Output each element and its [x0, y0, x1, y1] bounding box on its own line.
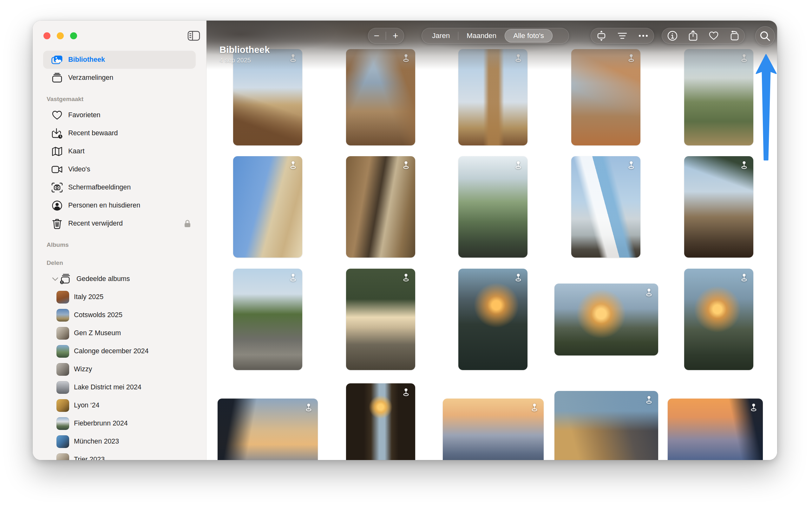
photo-thumbnail[interactable] — [684, 269, 753, 370]
album-thumbnail — [56, 345, 69, 358]
sidebar-item-recent-bewaard[interactable]: Recent bewaard — [43, 124, 196, 142]
sidebar-item-gen-z-museum[interactable]: Gen Z Museum — [43, 324, 196, 342]
sidebar-item-schermafbeeldingen[interactable]: Schermafbeeldingen — [43, 178, 196, 196]
sidebar-item-wizzy[interactable]: Wizzy — [43, 360, 196, 378]
sidebar-item-fieberbrunn-2024[interactable]: Fieberbrunn 2024 — [43, 414, 196, 433]
photo-thumbnail[interactable] — [346, 383, 415, 460]
sidebar-section-delen: Delen — [43, 256, 196, 270]
location-pin-badge-icon — [741, 273, 747, 282]
sidebar-item-label: München 2023 — [74, 438, 119, 446]
traffic-lights — [43, 32, 77, 39]
more-button[interactable] — [636, 29, 650, 43]
location-pin-badge-icon — [305, 403, 312, 412]
zoom-out-button[interactable]: − — [369, 31, 384, 40]
sidebar-item-lyon-24[interactable]: Lyon ‘24 — [43, 396, 196, 414]
zoom-window-button[interactable] — [70, 32, 77, 39]
location-pin-badge-icon — [628, 53, 635, 62]
sidebar-item-kaart[interactable]: Kaart — [43, 142, 196, 160]
sidebar-toggle-icon[interactable] — [188, 30, 200, 41]
photo-thumbnail[interactable] — [458, 156, 528, 258]
more-icon — [638, 34, 649, 37]
sidebar-item-calonge-december-2024[interactable]: Calonge december 2024 — [43, 342, 196, 360]
photo-thumbnail[interactable] — [555, 391, 658, 460]
shared-albums-icon — [60, 274, 71, 285]
photo-thumbnail[interactable] — [668, 398, 763, 460]
location-pin-badge-icon — [402, 53, 410, 62]
photo-thumbnail[interactable] — [571, 49, 641, 145]
sidebar-item-lake-district-mei-2024[interactable]: Lake District mei 2024 — [43, 378, 196, 396]
location-pin-badge-icon — [646, 288, 653, 297]
album-thumbnail — [56, 417, 69, 430]
photo-thumbnail[interactable] — [346, 49, 415, 145]
location-pin-badge-icon — [402, 388, 410, 397]
toolbar-group-display — [591, 28, 654, 44]
album-thumbnail — [56, 363, 69, 376]
chevron-down-icon[interactable] — [51, 277, 59, 281]
photo-thumbnail[interactable] — [684, 156, 753, 258]
close-button[interactable] — [43, 32, 50, 39]
photo-thumbnail[interactable] — [218, 398, 318, 460]
sidebar-item-bibliotheek[interactable]: Bibliotheek — [43, 51, 196, 69]
sidebar-item-label: Trier 2023 — [74, 456, 105, 460]
photo-thumbnail[interactable] — [443, 398, 544, 460]
section-label: Delen — [46, 260, 63, 267]
sidebar: BibliotheekVerzamelingenVastgemaaktFavor… — [33, 21, 207, 460]
location-pin-badge-icon — [402, 273, 410, 282]
rotate-button[interactable] — [727, 29, 741, 43]
photo-thumbnail[interactable] — [233, 156, 302, 258]
aspect-zoom-button[interactable] — [594, 29, 608, 43]
photo-thumbnail[interactable] — [346, 269, 415, 370]
sidebar-item-personen-en-huisdieren[interactable]: Personen en huisdieren — [43, 196, 196, 214]
photo-thumbnail[interactable] — [233, 269, 302, 370]
sidebar-section-albums: Albums — [43, 238, 196, 252]
photo-thumbnail[interactable] — [555, 284, 658, 355]
sidebar-item-video-s[interactable]: Video's — [43, 160, 196, 178]
sidebar-item-m-nchen-2023[interactable]: München 2023 — [43, 433, 196, 451]
photo-thumbnail[interactable] — [346, 156, 415, 258]
filter-button[interactable] — [615, 29, 629, 43]
info-icon — [667, 30, 678, 41]
sidebar-item-italy-2025[interactable]: Italy 2025 — [43, 288, 196, 306]
sidebar-item-cotswolds-2025[interactable]: Cotswolds 2025 — [43, 306, 196, 324]
filter-icon — [617, 32, 628, 40]
sidebar-item-label: Wizzy — [74, 365, 92, 373]
sidebar-item-gedeelde-albums[interactable]: Gedeelde albums — [43, 270, 196, 288]
photo-thumbnail[interactable] — [684, 49, 753, 145]
page-title-block: Bibliotheek 4 sep 2025 — [220, 45, 270, 64]
sidebar-item-label: Verzamelingen — [68, 74, 113, 82]
sidebar-item-label: Calonge december 2024 — [74, 347, 148, 355]
sidebar-item-label: Kaart — [68, 147, 84, 155]
share-button[interactable] — [686, 29, 700, 43]
view-segmented-control: JarenMaandenAlle foto's — [422, 28, 569, 44]
location-pin-badge-icon — [646, 395, 653, 404]
sidebar-item-label: Personen en huisdieren — [68, 201, 140, 209]
divider — [386, 32, 386, 40]
zoom-in-button[interactable]: + — [388, 31, 403, 40]
page-title: Bibliotheek — [220, 45, 270, 55]
tab-jaren[interactable]: Jaren — [424, 29, 458, 42]
tab-alle-foto-s[interactable]: Alle foto's — [505, 29, 553, 42]
location-pin-badge-icon — [628, 161, 635, 169]
sidebar-section-vastgemaakt: Vastgemaakt — [43, 92, 196, 106]
sidebar-item-label: Gedeelde albums — [77, 275, 130, 283]
photo-thumbnail[interactable] — [571, 156, 641, 258]
rotate-icon — [728, 30, 740, 41]
photo-thumbnail[interactable] — [458, 49, 528, 145]
heart-icon — [51, 110, 63, 121]
location-pin-badge-icon — [531, 403, 538, 412]
sidebar-item-verzamelingen[interactable]: Verzamelingen — [43, 69, 196, 87]
page-date: 4 sep 2025 — [220, 57, 270, 64]
section-label: Vastgemaakt — [46, 96, 84, 103]
search-button[interactable] — [755, 26, 775, 46]
sidebar-item-favorieten[interactable]: Favorieten — [43, 106, 196, 124]
sidebar-item-label: Schermafbeeldingen — [68, 183, 131, 191]
favorite-button[interactable] — [707, 29, 721, 43]
info-button[interactable] — [666, 29, 679, 43]
sidebar-item-recent-verwijderd[interactable]: Recent verwijderd — [43, 214, 196, 232]
tab-maanden[interactable]: Maanden — [458, 29, 505, 42]
photo-thumbnail[interactable] — [458, 269, 528, 370]
sidebar-item-trier-2023[interactable]: Trier 2023 — [43, 451, 196, 460]
section-label: Albums — [46, 241, 69, 248]
minimize-button[interactable] — [57, 32, 64, 39]
location-pin-badge-icon — [741, 53, 747, 62]
